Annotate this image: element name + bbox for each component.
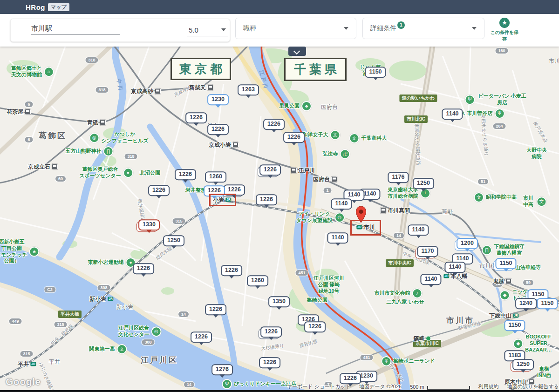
mall-icon: ◆ <box>500 290 510 300</box>
wage-marker[interactable]: 1226 <box>263 119 285 130</box>
station-label: 花茶屋 <box>7 108 31 116</box>
jr-line-icon: JR <box>108 297 113 301</box>
wage-marker[interactable]: 1330 <box>138 219 160 230</box>
wage-marker[interactable]: 1170 <box>417 246 438 257</box>
area-label: 国府台 <box>321 103 338 111</box>
wage-marker[interactable]: 1150 <box>365 67 386 78</box>
report-error-link[interactable]: 地図の誤りを報告する <box>507 383 559 390</box>
jr-line-icon: JR <box>443 274 449 278</box>
wage-marker[interactable]: 1250 <box>512 359 534 370</box>
wage-marker[interactable]: 1250 <box>163 235 184 246</box>
poi-name: 五方山熊野神社 <box>66 148 102 155</box>
poi-name: 二九八家 いわせ <box>387 299 424 305</box>
station-name: 京成高砂 <box>131 88 153 95</box>
wage-marker[interactable]: 1263 <box>238 84 259 95</box>
poi-label: ●葛飾区奥戸総合 スポーツセンター <box>79 166 133 179</box>
wage-marker[interactable]: 1226 <box>304 321 326 332</box>
route-shield: 59 <box>523 280 533 285</box>
train-station-icon <box>25 109 31 115</box>
park-icon: ♣ <box>301 101 312 111</box>
poi-name: 市川中高 <box>522 195 535 208</box>
chevron-down-icon <box>472 27 477 30</box>
wage-marker[interactable]: 1140 <box>327 232 348 243</box>
wage-marker[interactable]: 1350 <box>268 296 290 307</box>
poi-name: アイ・リンク タウン展望施設 <box>296 211 333 224</box>
wage-marker[interactable]: 1140 <box>442 108 463 120</box>
train-station-icon <box>207 85 213 91</box>
wage-marker[interactable]: 1140 <box>331 198 352 210</box>
map-data-label: 地図データ ©2026 <box>359 383 402 390</box>
train-station-icon <box>505 278 511 284</box>
area-label: 市川 <box>549 57 559 65</box>
station-label: 京成立石 <box>28 163 58 171</box>
wage-marker[interactable]: 1240 <box>515 298 537 309</box>
station-search-input[interactable] <box>31 24 120 35</box>
wage-marker[interactable]: 1140 <box>420 274 441 285</box>
school-icon: 文 <box>330 130 341 140</box>
wage-marker[interactable]: 1226 <box>260 326 282 338</box>
wage-marker[interactable]: 1226 <box>340 373 361 384</box>
wage-marker[interactable]: 1226 <box>256 194 277 205</box>
route-shield: 315 <box>172 218 185 224</box>
road-name-badge: 道の駅いちかわ <box>399 95 437 102</box>
river-name-label: 江戸川 <box>258 70 269 90</box>
area-label: 新小岩 <box>116 303 133 311</box>
rail-line-label: 東京外かく環状道路 <box>413 123 422 165</box>
wage-marker[interactable]: 1226 <box>185 112 207 123</box>
train-station-icon <box>155 88 161 95</box>
chevron-down-icon <box>221 28 226 31</box>
wage-marker[interactable]: 1226 <box>207 124 229 135</box>
wage-marker[interactable]: 1150 <box>504 320 525 331</box>
poi-name: 篠崎ポニーランド <box>393 358 435 365</box>
music-icon: ♪ <box>412 288 423 298</box>
route-shield: C2 <box>44 287 55 292</box>
wage-marker[interactable]: 1176 <box>388 172 409 183</box>
wage-marker[interactable]: 1140 <box>408 224 429 236</box>
wage-marker[interactable]: 1226 <box>283 132 305 143</box>
save-conditions-button[interactable]: ★ この条件を保存 <box>488 18 521 42</box>
keyboard-shortcuts-link[interactable]: キーボード ショートカット <box>287 383 351 390</box>
wage-marker[interactable]: 1260 <box>247 275 268 286</box>
wage-marker[interactable]: 1226 <box>175 169 196 180</box>
wage-marker[interactable]: 1226 <box>259 357 280 368</box>
job-type-select[interactable]: 職種 <box>235 18 356 39</box>
wage-marker[interactable]: 1140 <box>444 262 465 273</box>
route-shield: 14 <box>178 311 189 317</box>
wage-marker[interactable]: 1260 <box>205 171 226 182</box>
station-label: 下総中山JR <box>489 312 518 320</box>
wage-marker[interactable]: 1226 <box>191 331 212 343</box>
station-name: 花茶屋 <box>7 108 23 116</box>
poi-name: かつしか シンフォニーヒルズ <box>101 131 148 144</box>
route-shield: 318 <box>124 154 137 159</box>
wage-marker[interactable]: 1276 <box>211 364 233 375</box>
poi-label: ※篠崎ポニーランド <box>381 356 435 366</box>
poi-label: 大野中央病院 <box>525 147 548 160</box>
poi-label: ●東新小岩運動場 <box>88 257 136 268</box>
route-shield: 14 <box>394 233 404 238</box>
terms-link[interactable]: 利用規約 <box>478 383 499 390</box>
station-name: 市川真間 <box>388 207 410 215</box>
wage-marker[interactable]: 1226 <box>221 265 242 276</box>
wage-marker[interactable]: 1226 <box>148 185 170 196</box>
collapse-filters-button[interactable] <box>288 47 306 56</box>
poi-name: 和洋女子大 <box>303 132 328 138</box>
wage-marker[interactable]: 1250 <box>413 178 434 189</box>
wage-marker[interactable]: 1226 <box>259 164 281 176</box>
radius-select[interactable]: 5.0 <box>187 24 228 36</box>
station-name: 京成立石 <box>28 163 50 171</box>
advanced-conditions-select[interactable]: 詳細条件1 <box>362 18 484 39</box>
wage-marker[interactable]: 1230 <box>207 94 229 105</box>
poi-name: 関東第一高 <box>89 346 115 352</box>
wage-marker[interactable]: 1226 <box>205 304 226 315</box>
map-canvas[interactable]: 1150126312301140122612261226122612261226… <box>0 47 559 392</box>
poi-name: 江戸川区総合 文化センター <box>118 325 150 338</box>
poi-label: 北沼公園 <box>140 170 160 176</box>
route-shield: 6 <box>25 137 33 142</box>
sports-icon: ● <box>123 168 133 178</box>
wage-marker[interactable]: 1226 <box>133 263 154 274</box>
wage-marker[interactable]: 1150 <box>537 298 558 309</box>
station-name: 篠崎 <box>413 335 424 343</box>
wage-marker[interactable]: 1200 <box>457 238 478 249</box>
wage-marker[interactable]: 1150 <box>495 258 516 269</box>
scale-bar <box>427 386 470 390</box>
